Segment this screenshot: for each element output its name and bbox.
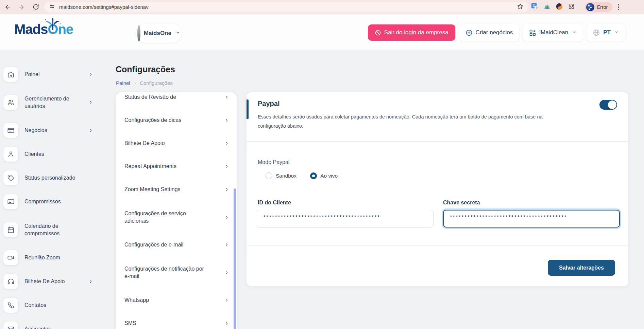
card-icon	[3, 123, 18, 138]
card-icon	[3, 194, 18, 209]
chevron-right-icon	[224, 298, 229, 303]
breadcrumb-chevron-icon: ›	[134, 80, 136, 86]
main-sidebar: Painel Gerenciamento de usuários Negócio…	[0, 58, 99, 329]
extensions-puzzle-icon[interactable]	[568, 3, 575, 11]
language-selector[interactable]: PT	[587, 24, 625, 41]
radio-unselected-icon[interactable]	[266, 172, 272, 179]
radio-option-sandbox[interactable]: Sandbox	[266, 172, 296, 179]
browser-profile-chip[interactable]: Error	[585, 2, 612, 12]
settings-submenu-panel: Status de Revisão de Configurações de di…	[116, 92, 237, 329]
logout-company-button[interactable]: Sair do login da empresa	[368, 24, 455, 41]
sidebar-item-calendario-compromissos[interactable]: Calendário de compromissos	[0, 214, 99, 246]
secret-key-input[interactable]	[443, 210, 620, 227]
address-bar[interactable]: maidsone.com/settings#paypal-sidenav	[44, 2, 528, 13]
sidebar-item-compromissos[interactable]: Compromissos	[0, 190, 99, 214]
radio-selected-icon[interactable]	[310, 172, 317, 179]
paypal-section-title: Paypal	[258, 100, 279, 108]
save-changes-button[interactable]: Salvar alterações	[548, 260, 615, 276]
company-selector[interactable]: iMaidClean	[523, 24, 582, 41]
user-avatar	[137, 25, 140, 41]
settings-item-notificacao-email[interactable]: Configurações de notificação por e-mail	[116, 256, 237, 289]
radio-option-ao-vivo[interactable]: Ao vivo	[310, 172, 338, 179]
bookmark-star-icon[interactable]	[517, 3, 524, 11]
client-id-input[interactable]	[257, 210, 434, 227]
paypal-settings-card: Paypal Esses detalhes serão usados para …	[247, 92, 628, 286]
chevron-right-icon	[88, 279, 93, 284]
secret-key-label: Chave secreta	[443, 200, 480, 206]
breadcrumb-current: Configurações	[140, 80, 173, 86]
sidebar-item-painel[interactable]: Painel	[0, 62, 99, 86]
logo-text-1: Ma	[14, 22, 33, 37]
sidebar-item-reuniao-zoom[interactable]: Reunião Zoom	[0, 246, 99, 270]
translate-extension-icon[interactable]: G文	[531, 3, 539, 12]
create-business-button[interactable]: Criar negócios	[459, 24, 519, 41]
chevron-right-icon	[224, 187, 229, 192]
tag-icon	[3, 170, 18, 185]
chevron-down-icon	[175, 30, 180, 36]
maidsone-logo[interactable]: MadsOne	[14, 22, 86, 37]
chevron-right-icon	[88, 72, 93, 77]
settings-item-servico-adicionais[interactable]: Configurações de serviço adicionais	[116, 201, 237, 233]
browser-toolbar: maidsone.com/settings#paypal-sidenav G文 …	[0, 0, 644, 14]
url-text[interactable]: maidsone.com/settings#paypal-sidenav	[59, 4, 517, 10]
paypal-mode-options: Sandbox Ao vivo	[266, 172, 338, 179]
svg-text:文: 文	[535, 6, 538, 10]
profile-avatar-dice	[586, 3, 594, 11]
app-root: MadsOne MaidsOne Sair do login da empres…	[0, 14, 644, 329]
settings-item-config-email[interactable]: Configurações de e-mail	[116, 233, 237, 256]
mail-icon	[3, 322, 18, 329]
settings-item-whatsapp[interactable]: Whatsapp	[116, 289, 237, 312]
chevron-down-icon	[572, 29, 576, 36]
toggle-knob	[608, 100, 616, 109]
chevron-right-icon	[224, 164, 229, 169]
headset-icon	[3, 274, 18, 289]
sidebar-item-negocios[interactable]: Negócios	[0, 118, 99, 142]
section-accent-bar	[247, 99, 249, 119]
back-icon[interactable]	[2, 1, 14, 13]
home-icon	[3, 67, 18, 82]
sidebar-item-bilhete-apoio[interactable]: Bilhete De Apoio	[0, 270, 99, 293]
account-name: MaidsOne	[144, 30, 171, 37]
breadcrumb-home-link[interactable]: Painel	[116, 80, 130, 86]
submenu-scrollbar[interactable]	[234, 188, 236, 329]
settings-item-zoom-meeting[interactable]: Zoom Meeting Settings	[116, 178, 237, 201]
reload-icon[interactable]	[30, 1, 41, 13]
paypal-mode-label: Modo Paypal	[258, 159, 289, 165]
grid-add-icon	[529, 29, 536, 36]
settings-item-bilhete-apoio[interactable]: Bilhete De Apoio	[116, 132, 237, 155]
settings-item-sms[interactable]: SMS	[116, 312, 237, 329]
chevron-right-icon	[88, 100, 93, 105]
sidebar-item-clientes[interactable]: Clientes	[0, 142, 99, 166]
person-icon	[3, 147, 18, 162]
paypal-enabled-toggle[interactable]	[599, 100, 617, 110]
paypal-section-description: Esses detalhes serão usados para coletar…	[258, 112, 547, 131]
account-menu[interactable]: MaidsOne	[136, 24, 182, 43]
settings-item-config-dicas[interactable]: Configurações de dicas	[116, 109, 237, 132]
video-camera-icon	[3, 250, 18, 265]
sidebar-item-assinantes[interactable]: Assinantes	[0, 317, 99, 329]
sidebar-item-contatos[interactable]: Contatos	[0, 293, 99, 317]
chevron-right-icon	[224, 118, 229, 123]
settings-item-repeat-appointments[interactable]: Repeat Appointments	[116, 155, 237, 178]
chevron-right-icon	[224, 215, 229, 220]
site-info-icon[interactable]	[49, 3, 55, 11]
sidebar-item-gerenciamento-usuarios[interactable]: Gerenciamento de usuários	[0, 86, 99, 118]
chevron-right-icon	[224, 321, 229, 326]
toolbar-separator	[580, 4, 580, 11]
chevron-right-icon	[224, 270, 229, 275]
sidebar-item-status-personalizado[interactable]: Status personalizado	[0, 166, 99, 190]
browser-menu-icon[interactable]	[618, 4, 619, 10]
chevron-right-icon	[224, 242, 229, 247]
analytics-extension-icon[interactable]	[543, 3, 551, 12]
settings-item-status-revisao[interactable]: Status de Revisão de	[116, 92, 237, 109]
forward-icon[interactable]	[16, 1, 27, 13]
calendar-icon	[3, 222, 18, 237]
globe-icon	[593, 29, 600, 36]
chevron-right-icon	[88, 128, 93, 133]
sider-extension-icon[interactable]	[556, 3, 563, 12]
divider	[247, 245, 628, 245]
logo-plume-icon	[41, 18, 65, 33]
phone-icon	[3, 298, 18, 313]
client-id-label: ID do Cliente	[258, 200, 291, 206]
chevron-down-icon	[614, 29, 619, 36]
